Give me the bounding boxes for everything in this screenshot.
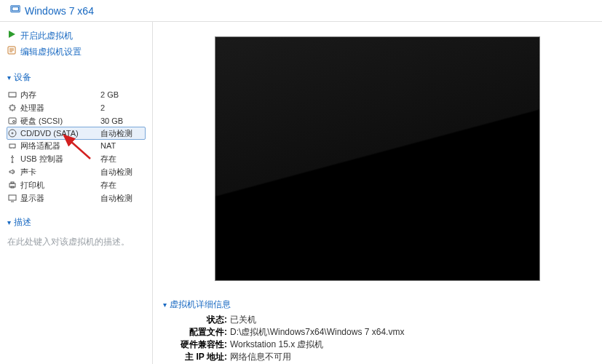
detail-ip: 主 IP 地址: 网络信息不可用 <box>163 351 595 363</box>
details-section: 虚拟机详细信息 状态: 已关机 配置文件: D:\虚拟机\Windows7x64… <box>153 296 602 364</box>
play-icon <box>7 29 16 42</box>
preview-area <box>153 22 602 296</box>
right-panel: 虚拟机详细信息 状态: 已关机 配置文件: D:\虚拟机\Windows7x64… <box>153 22 602 364</box>
monitor-icon <box>10 4 20 17</box>
device-disk[interactable]: 硬盘 (SCSI) 30 GB <box>7 114 145 127</box>
power-on-vm-link[interactable]: 开启此虚拟机 <box>7 28 145 44</box>
svg-point-7 <box>13 121 15 123</box>
device-list: 内存 2 GB 处理器 2 硬盘 (SCSI) 30 GB CD/DVD (SA… <box>7 88 145 205</box>
commands-group: 开启此虚拟机 编辑虚拟机设置 <box>7 28 145 60</box>
svg-point-11 <box>12 162 13 163</box>
description-header-label: 描述 <box>14 216 31 229</box>
description-placeholder[interactable]: 在此处键入对该虚拟机的描述。 <box>7 233 145 251</box>
svg-point-9 <box>12 132 13 134</box>
devices-section: 设备 内存 2 GB 处理器 2 硬盘 (SCSI) 30 GB <box>7 70 145 205</box>
detail-compat: 硬件兼容性: Workstation 15.x 虚拟机 <box>163 339 595 351</box>
description-header[interactable]: 描述 <box>7 215 145 230</box>
vm-thumbnail[interactable] <box>215 36 540 281</box>
device-display[interactable]: 显示器 自动检测 <box>7 191 145 205</box>
device-cpu[interactable]: 处理器 2 <box>7 101 145 114</box>
device-printer[interactable]: 打印机 存在 <box>7 178 145 191</box>
devices-header[interactable]: 设备 <box>7 70 145 85</box>
sound-icon <box>7 167 17 176</box>
device-cd[interactable]: CD/DVD (SATA) 自动检测 <box>7 127 146 140</box>
svg-marker-2 <box>9 31 15 38</box>
svg-rect-1 <box>12 7 19 11</box>
disk-icon <box>7 116 17 125</box>
details-header-label: 虚拟机详细信息 <box>170 298 231 311</box>
cd-icon <box>7 129 17 138</box>
device-memory[interactable]: 内存 2 GB <box>7 88 145 101</box>
tab-vm[interactable]: Windows 7 x64 <box>3 1 101 20</box>
svg-rect-15 <box>9 195 16 200</box>
settings-icon <box>7 45 16 58</box>
device-net[interactable]: 网络适配器 NAT <box>7 139 145 152</box>
edit-settings-label: 编辑虚拟机设置 <box>20 45 82 58</box>
svg-rect-13 <box>11 182 14 183</box>
edit-settings-link[interactable]: 编辑虚拟机设置 <box>7 44 145 60</box>
tab-bar: Windows 7 x64 <box>0 0 602 22</box>
memory-icon <box>7 90 17 99</box>
power-on-label: 开启此虚拟机 <box>20 29 73 42</box>
tab-title: Windows 7 x64 <box>25 5 94 17</box>
devices-header-label: 设备 <box>14 71 31 84</box>
detail-config: 配置文件: D:\虚拟机\Windows7x64\Windows 7 x64.v… <box>163 326 595 339</box>
printer-icon <box>7 181 17 189</box>
left-panel: 开启此虚拟机 编辑虚拟机设置 设备 内存 2 GB <box>0 22 153 364</box>
details-header[interactable]: 虚拟机详细信息 <box>163 298 595 311</box>
svg-rect-10 <box>9 144 15 148</box>
device-usb[interactable]: USB 控制器 存在 <box>7 152 145 165</box>
network-icon <box>7 141 17 150</box>
device-sound[interactable]: 声卡 自动检测 <box>7 165 145 178</box>
svg-point-8 <box>9 130 16 137</box>
usb-icon <box>7 154 17 163</box>
main-area: 开启此虚拟机 编辑虚拟机设置 设备 内存 2 GB <box>0 22 602 364</box>
detail-state: 状态: 已关机 <box>163 314 595 326</box>
display-icon <box>7 194 17 202</box>
svg-rect-4 <box>9 92 16 97</box>
cpu-icon <box>7 103 17 112</box>
svg-rect-5 <box>10 106 15 110</box>
description-section: 描述 在此处键入对该虚拟机的描述。 <box>7 215 145 251</box>
